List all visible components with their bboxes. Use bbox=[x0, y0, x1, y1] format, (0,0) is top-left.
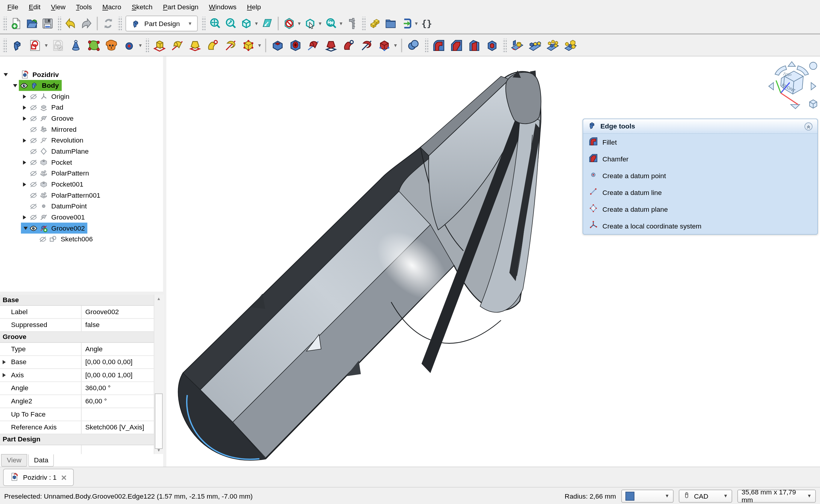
edge-tool-create-a-datum-point[interactable]: Create a datum point bbox=[583, 167, 818, 184]
close-tab-icon[interactable]: ✕ bbox=[61, 473, 67, 482]
groove-button[interactable] bbox=[305, 37, 322, 54]
property-value[interactable]: Sketch006 [V_Axis] bbox=[81, 421, 154, 434]
undo-button[interactable] bbox=[63, 16, 78, 31]
sub-shape-binder-button[interactable] bbox=[103, 37, 120, 54]
create-sketch-button[interactable] bbox=[27, 37, 43, 54]
toolbar-drag-handle[interactable] bbox=[118, 17, 122, 30]
color-swatch-dropdown[interactable]: ▼ bbox=[621, 489, 674, 503]
toolbar-drag-handle[interactable] bbox=[57, 17, 61, 30]
menu-file[interactable]: File bbox=[2, 1, 23, 13]
tree-expander-icon[interactable] bbox=[22, 226, 29, 229]
property-row-reference-axis[interactable]: Reference AxisSketch006 [V_Axis] bbox=[0, 421, 154, 434]
hole-button[interactable] bbox=[287, 37, 304, 54]
tree-expander-icon[interactable] bbox=[2, 73, 9, 76]
property-value[interactable]: 360,00 ° bbox=[81, 382, 154, 395]
scaled-button[interactable] bbox=[562, 37, 579, 54]
mirrored-button[interactable] bbox=[509, 37, 525, 54]
subtractive-box-button[interactable] bbox=[376, 37, 393, 54]
thickness-button[interactable] bbox=[483, 37, 500, 54]
measure-button[interactable] bbox=[344, 16, 359, 31]
redo-button[interactable] bbox=[79, 16, 93, 31]
property-group-base[interactable]: Base bbox=[0, 295, 154, 306]
toolbar-drag-handle[interactable] bbox=[424, 38, 428, 52]
tree-item-mirrored[interactable]: Mirrored bbox=[0, 124, 163, 135]
property-row-up-to-face[interactable]: Up To Face bbox=[0, 408, 154, 421]
menu-help[interactable]: Help bbox=[242, 1, 267, 13]
pocket-button[interactable] bbox=[269, 37, 286, 54]
visibility-off-icon[interactable] bbox=[29, 213, 39, 221]
dock-viewport-splitter[interactable] bbox=[163, 56, 166, 467]
toolbar-drag-handle[interactable] bbox=[502, 38, 506, 52]
tab-view[interactable]: View bbox=[1, 454, 27, 467]
tree-item-pozidriv[interactable]: Pozidriv bbox=[0, 69, 163, 80]
open-file-button[interactable] bbox=[25, 16, 39, 31]
visibility-off-icon[interactable] bbox=[29, 136, 39, 145]
navigation-cube[interactable]: TOP FRONT bbox=[766, 60, 818, 110]
property-row-suppressed[interactable]: Suppressedfalse bbox=[0, 319, 154, 332]
tree-expander-icon[interactable] bbox=[21, 105, 28, 110]
view-refresh-dropdown-icon[interactable]: ▼ bbox=[339, 21, 344, 26]
expressions-button[interactable]: {} bbox=[420, 16, 434, 31]
visibility-on-icon[interactable] bbox=[20, 81, 30, 90]
scroll-up-icon[interactable]: ▲ bbox=[154, 295, 163, 302]
property-value[interactable] bbox=[81, 408, 154, 421]
property-row-type[interactable]: TypeAngle bbox=[0, 343, 154, 356]
visibility-off-icon[interactable] bbox=[29, 158, 39, 167]
menu-tools[interactable]: Tools bbox=[71, 1, 97, 13]
tree-item-polarpattern[interactable]: PolarPattern bbox=[0, 168, 163, 179]
property-value[interactable]: [0,00 0,00 0,00] bbox=[81, 356, 154, 368]
tab-data[interactable]: Data bbox=[28, 454, 54, 467]
property-group-groove[interactable]: Groove bbox=[0, 332, 154, 343]
dock-splitter[interactable] bbox=[0, 292, 163, 295]
visibility-off-icon[interactable] bbox=[39, 235, 49, 243]
visibility-off-icon[interactable] bbox=[29, 191, 39, 199]
boolean-button[interactable] bbox=[405, 37, 422, 54]
toolbar-drag-handle[interactable] bbox=[3, 17, 7, 30]
edge-tool-create-a-datum-line[interactable]: Create a datum line bbox=[583, 184, 818, 201]
property-value[interactable]: Groove002 bbox=[81, 306, 154, 318]
view-dimensions-dropdown[interactable]: 35,68 mm x 17,79 mm ▼ bbox=[737, 489, 816, 503]
menu-sketch[interactable]: Sketch bbox=[126, 1, 158, 13]
visibility-off-icon[interactable] bbox=[29, 103, 39, 112]
scrollbar-thumb[interactable] bbox=[155, 393, 162, 449]
menu-view[interactable]: View bbox=[46, 1, 71, 13]
property-row-angle[interactable]: Angle360,00 ° bbox=[0, 382, 154, 395]
tree-item-body[interactable]: Body bbox=[0, 80, 163, 91]
property-row-angle2[interactable]: Angle260,00 ° bbox=[0, 395, 154, 408]
datum-point-button[interactable] bbox=[121, 37, 137, 54]
tree-item-pad[interactable]: Pad bbox=[0, 102, 163, 113]
zoom-selection-button[interactable] bbox=[223, 16, 238, 31]
toolbar-drag-handle[interactable] bbox=[201, 17, 206, 30]
property-row-axis[interactable]: Axis[0,00 0,00 1,00] bbox=[0, 369, 154, 382]
box-selection-dropdown-icon[interactable]: ▼ bbox=[318, 21, 323, 26]
collapse-panel-icon[interactable] bbox=[804, 122, 813, 131]
navigation-style-dropdown[interactable]: CAD ▼ bbox=[679, 489, 732, 503]
tree-item-groove002[interactable]: Groove002 bbox=[0, 223, 163, 234]
toolbar-drag-handle[interactable] bbox=[145, 38, 149, 52]
property-row-base[interactable]: Base[0,00 0,00 0,00] bbox=[0, 356, 154, 369]
refresh-button[interactable] bbox=[101, 16, 116, 31]
menu-windows[interactable]: Windows bbox=[204, 1, 242, 13]
tree-item-polarpattern001[interactable]: PolarPattern001 bbox=[0, 190, 163, 201]
datum-point-dropdown-icon[interactable]: ▼ bbox=[138, 43, 143, 48]
tree-expander-icon[interactable] bbox=[21, 182, 28, 186]
new-file-button[interactable] bbox=[9, 16, 24, 31]
clipping-button[interactable] bbox=[282, 16, 297, 31]
property-scrollbar[interactable]: ▲ ▼ bbox=[154, 295, 163, 454]
sync-view-button[interactable] bbox=[260, 16, 275, 31]
edge-tool-chamfer[interactable]: Chamfer bbox=[583, 151, 818, 167]
view-cube-dropdown-icon[interactable]: ▼ bbox=[254, 21, 259, 26]
subtractive-loft-button[interactable] bbox=[323, 37, 339, 54]
zoom-fit-button[interactable] bbox=[208, 16, 222, 31]
menu-macro[interactable]: Macro bbox=[97, 1, 126, 13]
pad-button[interactable] bbox=[151, 37, 168, 54]
make-link-dropdown-icon[interactable]: ▼ bbox=[414, 21, 419, 26]
property-value[interactable]: false bbox=[81, 319, 154, 331]
tree-item-pocket[interactable]: Pocket bbox=[0, 157, 163, 168]
subtractive-pipe-button[interactable] bbox=[341, 37, 357, 54]
clipping-dropdown-icon[interactable]: ▼ bbox=[297, 21, 302, 26]
edge-tool-fillet[interactable]: Fillet bbox=[583, 134, 818, 151]
tree-expander-icon[interactable] bbox=[21, 160, 28, 164]
scroll-down-icon[interactable]: ▼ bbox=[154, 446, 163, 454]
property-row-label[interactable]: LabelGroove002 bbox=[0, 306, 154, 319]
